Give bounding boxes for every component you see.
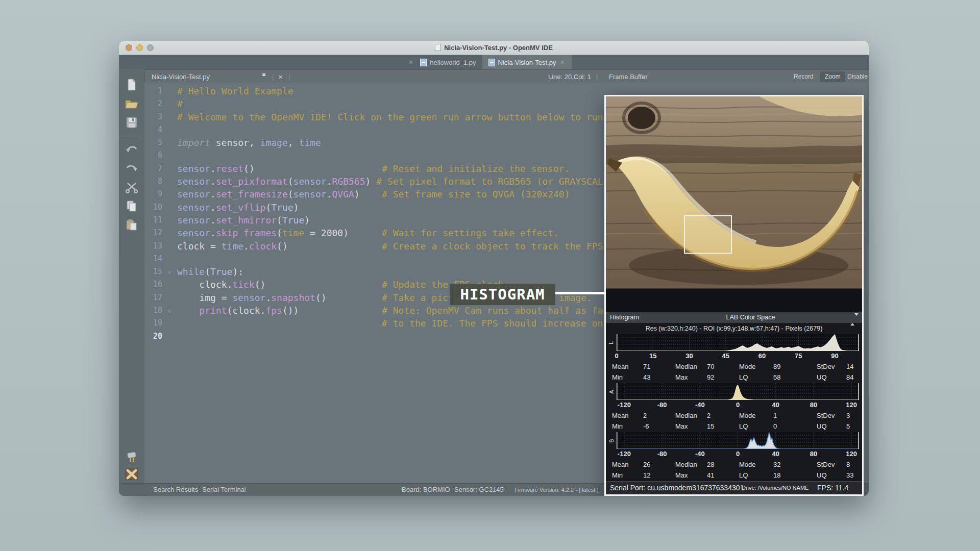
document-selector[interactable]: Nicla-Vision-Test.py bbox=[152, 70, 210, 84]
close-window-button[interactable] bbox=[126, 44, 132, 51]
new-file-icon[interactable] bbox=[125, 78, 138, 91]
traffic-lights bbox=[126, 44, 154, 51]
stat-label: LQ bbox=[739, 422, 773, 430]
axis-tick-label: 90 bbox=[831, 352, 838, 360]
line-number[interactable]: 20 bbox=[144, 330, 174, 343]
axis-tick-label: 0 bbox=[615, 352, 618, 360]
line-number[interactable]: 10 bbox=[144, 201, 174, 214]
histogram-block-b: B -120-80-4004080120 Mean26Median28Mode3… bbox=[606, 432, 862, 481]
stat-label: Mean bbox=[612, 412, 643, 419]
axis-tick-label: 45 bbox=[722, 352, 729, 360]
stat-label: StDev bbox=[817, 363, 846, 370]
serial-terminal-button[interactable]: Serial Terminal bbox=[202, 484, 246, 496]
frame-buffer-panel: Histogram LAB Color Space Res (w:320,h:2… bbox=[604, 95, 864, 496]
stat-label: Mode bbox=[739, 461, 773, 468]
line-number[interactable]: 3 bbox=[144, 111, 174, 123]
line-number[interactable]: 13 bbox=[144, 240, 174, 253]
stat-value: 28 bbox=[707, 461, 739, 468]
frame-buffer-letterbox bbox=[606, 289, 862, 312]
line-number[interactable]: 7 bbox=[144, 162, 174, 175]
close-tab-icon[interactable]: × bbox=[559, 59, 565, 66]
axis-tick-label: 120 bbox=[846, 450, 857, 458]
stat-label: Max bbox=[675, 422, 707, 430]
histogram-plot[interactable] bbox=[617, 432, 859, 449]
line-number[interactable]: 19 bbox=[144, 317, 174, 330]
histogram-plot[interactable] bbox=[617, 383, 859, 400]
line-number[interactable]: 6 bbox=[144, 149, 174, 162]
color-space-value: LAB Color Space bbox=[726, 314, 775, 321]
line-number[interactable]: 9 bbox=[144, 188, 174, 201]
stat-label: Min bbox=[612, 373, 643, 381]
tab-nicla-vision-test[interactable]: Nicla-Vision-Test.py × bbox=[482, 55, 572, 69]
stat-label: Median bbox=[675, 412, 707, 419]
undo-icon[interactable] bbox=[125, 143, 138, 156]
histogram-callout-label: HISTOGRAM bbox=[450, 284, 555, 305]
paste-icon[interactable] bbox=[125, 218, 138, 232]
frame-buffer-label: Frame Buffer bbox=[609, 70, 648, 84]
stat-label: Median bbox=[675, 363, 707, 370]
separator: | bbox=[272, 70, 274, 84]
color-space-dropdown[interactable]: LAB Color Space bbox=[639, 314, 862, 321]
fold-marker[interactable]: ∨ bbox=[168, 305, 171, 317]
channel-strip: B bbox=[606, 432, 617, 449]
minimize-window-button[interactable] bbox=[136, 44, 143, 51]
stat-value: 84 bbox=[846, 373, 862, 381]
line-number[interactable]: 12 bbox=[144, 227, 174, 239]
line-number[interactable]: 15∨ bbox=[144, 265, 174, 278]
cut-icon[interactable] bbox=[125, 181, 138, 194]
line-number[interactable]: 5 bbox=[144, 136, 174, 149]
zoom-button[interactable]: Zoom bbox=[820, 71, 845, 82]
line-number[interactable]: 17 bbox=[144, 291, 174, 304]
record-button[interactable]: Record bbox=[794, 70, 814, 84]
stat-label: LQ bbox=[739, 471, 773, 479]
tab-label: Nicla-Vision-Test.py bbox=[498, 59, 556, 66]
line-number[interactable]: 1 bbox=[144, 85, 174, 97]
line-number[interactable]: 16 bbox=[144, 278, 174, 291]
separator: | bbox=[596, 70, 598, 84]
axis-tick-label: -120 bbox=[618, 450, 631, 458]
stat-label: Mean bbox=[612, 461, 643, 468]
reset-firmware-icon[interactable] bbox=[125, 467, 138, 481]
histogram-title: Histogram bbox=[610, 314, 639, 321]
axis-tick-label: 40 bbox=[772, 401, 779, 409]
axis-ticks: -120-80-4004080120 bbox=[617, 449, 859, 459]
zoom-window-button[interactable] bbox=[147, 44, 154, 51]
channel-label: L bbox=[608, 341, 615, 344]
line-number[interactable]: 18∨ bbox=[144, 304, 174, 317]
stat-value: -6 bbox=[643, 422, 675, 430]
open-file-icon[interactable] bbox=[125, 97, 138, 110]
axis-tick-label: 80 bbox=[810, 401, 817, 409]
close-document-icon[interactable]: × bbox=[278, 70, 283, 84]
board-status: Board: BORMIO bbox=[402, 484, 450, 496]
axis-ticks: 0153045607590 bbox=[617, 351, 859, 361]
copy-icon[interactable] bbox=[125, 199, 138, 213]
stats-row: Min-6Max15LQ0UQ5 bbox=[606, 421, 862, 432]
stat-value: 58 bbox=[773, 373, 817, 381]
redo-icon[interactable] bbox=[125, 162, 138, 175]
axis-tick-label: -120 bbox=[618, 401, 631, 409]
window-title: Nicla-Vision-Test.py - OpenMV IDE bbox=[119, 41, 869, 55]
tab-helloworld[interactable]: helloworld_1.py bbox=[414, 55, 482, 69]
stat-value: 71 bbox=[643, 363, 675, 370]
line-number[interactable]: 8 bbox=[144, 175, 174, 188]
line-number[interactable]: 14 bbox=[144, 253, 174, 265]
line-number[interactable]: 2 bbox=[144, 97, 174, 110]
desktop-background: Nicla-Vision-Test.py - OpenMV IDE × hell… bbox=[0, 0, 980, 551]
disable-button[interactable]: Disable bbox=[847, 70, 868, 84]
sensor-status: Sensor: GC2145 bbox=[454, 484, 504, 496]
close-tab-icon[interactable]: × bbox=[408, 59, 414, 66]
dropdown-arrows-icon bbox=[850, 316, 859, 323]
frame-buffer-image[interactable] bbox=[606, 96, 862, 289]
connect-icon[interactable] bbox=[125, 450, 138, 464]
python-file-icon bbox=[488, 59, 495, 66]
save-icon[interactable] bbox=[125, 116, 138, 129]
title-bar[interactable]: Nicla-Vision-Test.py - OpenMV IDE bbox=[119, 41, 869, 55]
line-number[interactable]: 11 bbox=[144, 214, 174, 227]
search-results-button[interactable]: Search Results bbox=[153, 484, 198, 496]
histogram-plot[interactable] bbox=[617, 334, 859, 351]
axis-tick-label: -40 bbox=[695, 401, 705, 409]
stat-label: Mean bbox=[612, 363, 643, 370]
fold-marker[interactable]: ∨ bbox=[168, 266, 171, 279]
line-number[interactable]: 4 bbox=[144, 123, 174, 136]
axis-tick-label: -80 bbox=[657, 450, 667, 458]
